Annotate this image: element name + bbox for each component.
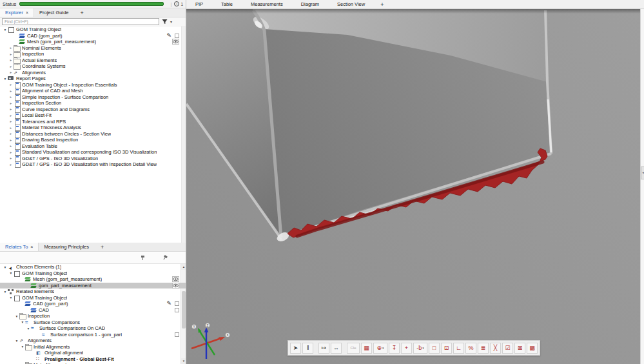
expand-arrow-icon[interactable]: ▸ <box>8 132 14 136</box>
tab-explorer[interactable]: Explorer × <box>0 8 34 17</box>
deviation-label-cross-button[interactable]: + <box>401 343 412 354</box>
panel-splitter-handle[interactable]: ◄ <box>641 167 644 179</box>
close-icon[interactable]: × <box>30 245 33 249</box>
rectangle-label-button[interactable]: □ <box>429 343 440 354</box>
pin-keep-icon[interactable] <box>160 252 171 263</box>
edit-pen-icon[interactable]: ✎ <box>166 33 171 39</box>
tree-row[interactable]: ▸Inspection Section <box>0 100 186 106</box>
tree-row[interactable]: ▾Initial Alignments <box>0 344 186 350</box>
tree-row[interactable]: ▸Simple Inspection - Surface Comparison <box>0 94 186 101</box>
pin-icon[interactable] <box>139 254 147 262</box>
collapse-arrow-icon[interactable]: ▾ <box>14 314 19 318</box>
expand-arrow-icon[interactable]: ▸ <box>8 138 14 142</box>
deviation-label-b-button[interactable]: -b▾ <box>413 343 427 354</box>
tree-row[interactable]: ▸GOM Training Object - Inspection Essent… <box>0 82 186 88</box>
viewport-tab-section-view[interactable]: Section View <box>328 0 374 9</box>
tree-row[interactable]: ▾GOM Training Object <box>0 295 186 301</box>
tree-row[interactable]: CAD <box>0 307 186 314</box>
viewport-tab-measurements[interactable]: Measurements <box>242 0 292 9</box>
rectangle-corner-button[interactable]: ⊡ <box>441 343 452 354</box>
expand-arrow-icon[interactable]: ▸ <box>8 46 14 50</box>
visibility-eye-icon[interactable] <box>172 283 179 288</box>
tree-row[interactable]: ▸GD&T / GPS - ISO 3D Visualization <box>0 156 186 162</box>
viewport-tab-pip[interactable]: PIP <box>186 0 212 9</box>
tree-row[interactable]: ▸Material Thickness Analysis <box>0 125 186 131</box>
expand-labels-button[interactable]: ╳ <box>490 343 501 354</box>
collapse-arrow-icon[interactable]: ▾ <box>20 345 25 349</box>
tree-row[interactable]: ≈Surface comparison 1 - gom_part <box>0 332 186 338</box>
add-tab-button[interactable]: + <box>94 243 110 251</box>
find-input[interactable] <box>2 18 159 25</box>
percent-label-button[interactable]: % <box>465 343 476 354</box>
tree-row[interactable]: ▸⇗Alignments <box>0 70 186 76</box>
tree-row[interactable]: ▸GD&T / GPS - ISO 3D Visualization with … <box>0 161 186 168</box>
collapse-arrow-icon[interactable]: ▾ <box>20 320 25 324</box>
expand-arrow-icon[interactable]: ▸ <box>8 126 14 130</box>
expand-arrow-icon[interactable]: ▸ <box>8 58 14 62</box>
expand-arrow-icon[interactable]: ▸ <box>8 83 14 86</box>
edit-pen-icon[interactable]: ✎ <box>166 301 171 307</box>
tree-row[interactable]: ▸Coordinate Systems <box>0 63 186 70</box>
filter-dropdown-icon[interactable]: ▾ <box>170 19 172 24</box>
tree-row[interactable]: ∷Prealignment - Global Best-Fit <box>0 356 186 363</box>
status-info[interactable]: i 1 <box>174 1 183 6</box>
expand-arrow-icon[interactable]: ▸ <box>8 163 14 167</box>
snap-to-point-button[interactable]: ↦ <box>318 343 329 354</box>
tree-row[interactable]: ▾Inspection <box>0 313 186 319</box>
tree-row[interactable]: ▸Distances between Circles - Section Vie… <box>0 131 186 137</box>
tree-row[interactable]: ▸Actual Elements <box>0 57 186 64</box>
filter-icon[interactable] <box>162 19 168 25</box>
add-viewport-tab-button[interactable]: + <box>374 0 390 9</box>
clear-labels-button[interactable]: Cle <box>347 343 360 354</box>
tree-row[interactable]: ▾Report Pages <box>0 76 186 82</box>
collapse-arrow-icon[interactable]: ▾ <box>3 290 8 294</box>
tree-row[interactable]: ▸Curve Inspection and Diagrams <box>0 106 186 113</box>
collapse-arrow-icon[interactable]: ▾ <box>8 296 14 299</box>
tree-row[interactable]: ▾➤Chosen Elements (1) <box>0 264 186 270</box>
colormap-label-button[interactable]: ▩ <box>527 343 538 354</box>
expand-arrow-icon[interactable]: ▸ <box>8 70 14 74</box>
expand-arrow-icon[interactable]: ▸ <box>8 65 14 68</box>
checkbox[interactable] <box>175 34 179 38</box>
crossed-label-button[interactable]: ⊠ <box>514 343 525 354</box>
tree-row[interactable]: Mesh (gom_part_measurement) <box>0 276 186 283</box>
deviation-table-button[interactable]: ▦ <box>361 343 372 354</box>
add-tab-button[interactable]: + <box>73 8 90 17</box>
tree-row[interactable]: ◧Original alignment <box>0 350 186 356</box>
expand-arrow-icon[interactable]: ▸ <box>8 114 14 117</box>
viewport-tab-diagram[interactable]: Diagram <box>292 0 328 9</box>
tree-row[interactable]: CAD (gom_part)✎ <box>0 301 186 307</box>
expand-arrow-icon[interactable]: ▸ <box>8 95 14 99</box>
collapse-arrow-icon[interactable]: ▾ <box>14 339 19 343</box>
expand-arrow-icon[interactable]: ▸ <box>8 101 14 105</box>
deviation-label-down-button[interactable]: ↧ <box>389 343 400 354</box>
tree-row[interactable]: ▾≈Surface Comparisons <box>0 319 186 326</box>
collapse-arrow-icon[interactable]: ▾ <box>26 327 31 330</box>
angle-label-button[interactable]: ∟ <box>453 343 464 354</box>
tree-row[interactable]: ▸Nominal Elements <box>0 45 186 52</box>
tree-row[interactable]: ▸Inspection <box>0 51 186 57</box>
expand-arrow-icon[interactable]: ▸ <box>8 156 14 160</box>
tree-row[interactable]: ▸Alignment of CAD and Mesh <box>0 88 186 94</box>
tree-row[interactable]: gom_part_measurement <box>0 283 186 289</box>
expand-arrow-icon[interactable]: ▸ <box>8 119 14 123</box>
expand-arrow-icon[interactable]: ▸ <box>8 107 14 111</box>
deviation-sphere-button[interactable]: ⊕▾ <box>373 343 387 354</box>
tree-row[interactable]: ▸Evaluation Table <box>0 143 186 150</box>
tree-row[interactable]: ▸Standard Visualization and correspondin… <box>0 149 186 156</box>
tree-row[interactable]: ▸Local Best-Fit <box>0 112 186 119</box>
tree-row[interactable]: CAD (gom_part)✎ <box>0 33 186 39</box>
tab-project-guide[interactable]: Project Guide <box>34 8 73 17</box>
viewport-tab-table[interactable]: Table <box>212 0 242 9</box>
expand-arrow-icon[interactable]: ▸ <box>8 89 14 93</box>
expand-arrow-icon[interactable]: ▸ <box>8 144 14 148</box>
split-compare-button[interactable]: ‖ <box>302 343 313 354</box>
tree-row[interactable]: Mesh (gom_part_measurement) <box>0 39 186 45</box>
tree-row[interactable]: ▾GOM Training Object <box>0 26 186 33</box>
tree-row[interactable]: ▾≈Surface Comparisons On CAD <box>0 325 186 332</box>
tree-row[interactable]: ▾⇗Alignments <box>0 338 186 344</box>
expand-arrow-icon[interactable]: ▸ <box>8 52 14 56</box>
checkbox[interactable] <box>175 308 179 312</box>
checkbox[interactable] <box>175 301 179 306</box>
visibility-eye-icon[interactable] <box>172 39 179 45</box>
